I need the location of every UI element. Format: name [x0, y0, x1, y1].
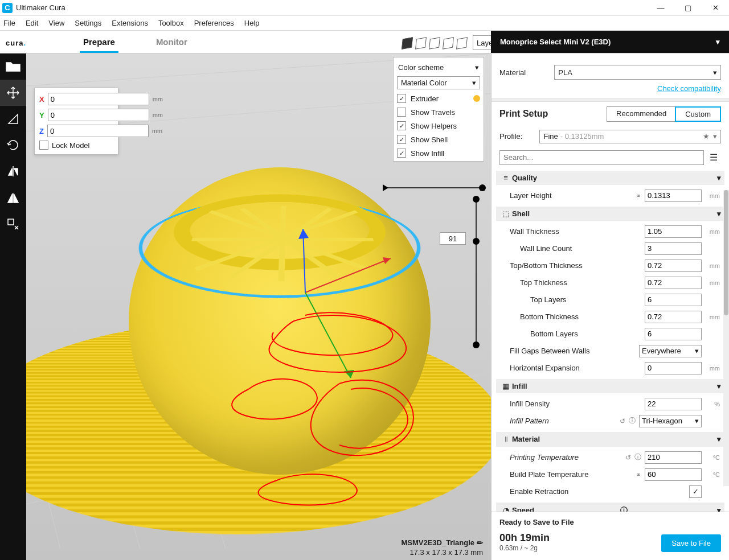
printer-selector[interactable]: Monoprice Select Mini V2 (E3D) ▾ [491, 31, 729, 53]
axis-y-label: Y [39, 111, 44, 120]
top-bottom-thickness-input[interactable] [645, 260, 702, 272]
show-infill-checkbox[interactable]: ✓ [397, 149, 406, 158]
window-maximize-button[interactable]: ▢ [681, 3, 695, 12]
axis-z-label: Z [39, 127, 44, 135]
material-estimate: 0.63m / ~ 2g [499, 544, 550, 552]
extruder-color-swatch [473, 95, 480, 102]
support-blocker-tool[interactable] [0, 211, 26, 237]
brand-logo: cura. [6, 32, 26, 50]
quality-icon: ≡ [499, 174, 512, 182]
open-file-button[interactable] [0, 53, 26, 80]
layer-height-input[interactable] [645, 190, 702, 202]
wall-thickness-label: Wall Thickness [510, 227, 641, 236]
move-tool[interactable] [0, 80, 26, 106]
enable-retraction-checkbox[interactable]: ✓ [689, 485, 702, 498]
info-icon[interactable]: ⓘ [634, 452, 641, 462]
menu-toolbox[interactable]: Toolbox [158, 19, 184, 27]
section-infill[interactable]: ▦Infill▾ [496, 379, 724, 393]
top-bottom-thickness-label: Top/Bottom Thickness [510, 261, 641, 270]
color-scheme-label: Color scheme [398, 63, 444, 72]
show-travels-checkbox[interactable] [397, 108, 406, 117]
viewport[interactable]: Xmm Ymm Zmm Lock Model Color scheme▾ Mat… [26, 53, 491, 560]
speed-icon: ◔ [499, 506, 512, 512]
top-thickness-label: Top Thickness [520, 278, 641, 287]
object-name: MSMV2E3D_Triangle [401, 538, 474, 547]
menu-view[interactable]: View [48, 19, 64, 27]
scale-tool[interactable] [0, 106, 26, 132]
wall-thickness-input[interactable] [645, 225, 702, 238]
camera-preset-2[interactable] [415, 37, 427, 50]
object-info: MSMV2E3D_Triangle✎ 17.3 x 17.3 x 17.3 mm [401, 538, 483, 557]
profile-select[interactable]: Fine - 0.13125mm ★▾ [539, 130, 721, 143]
camera-preset-5[interactable] [456, 37, 468, 50]
horizontal-expansion-label: Horizontal Expansion [510, 364, 641, 372]
position-z-input[interactable] [47, 125, 149, 137]
top-layers-label: Top Layers [530, 295, 641, 304]
tab-prepare[interactable]: Prepare [80, 37, 118, 53]
camera-preset-1[interactable] [402, 37, 413, 50]
reset-icon[interactable]: ↺ [620, 417, 625, 425]
menu-edit[interactable]: Edit [26, 19, 38, 27]
window-minimize-button[interactable]: — [654, 3, 667, 12]
infill-density-label: Infill Density [510, 400, 641, 408]
reset-icon[interactable]: ↺ [625, 454, 631, 462]
camera-preset-3[interactable] [429, 37, 440, 50]
camera-preset-4[interactable] [443, 37, 454, 50]
settings-scrollbar[interactable] [723, 190, 729, 486]
menu-preferences[interactable]: Preferences [194, 19, 234, 27]
shell-icon: ⬚ [499, 209, 512, 218]
material-select[interactable]: PLA▾ [554, 65, 721, 80]
section-quality[interactable]: ≡Quality▾ [496, 171, 724, 185]
link-icon[interactable]: ⚭ [636, 192, 641, 200]
lock-model-checkbox[interactable] [39, 141, 48, 150]
position-x-input[interactable] [48, 93, 149, 105]
check-compatibility-link[interactable]: Check compatibility [657, 84, 721, 93]
settings-search-input[interactable] [499, 150, 704, 165]
menu-file[interactable]: File [3, 19, 15, 27]
top-thickness-input[interactable] [645, 277, 702, 289]
mirror-tool[interactable] [0, 158, 26, 184]
infill-density-input[interactable] [645, 398, 702, 410]
bottom-thickness-input[interactable] [645, 311, 702, 323]
wall-line-count-input[interactable] [645, 242, 702, 255]
infill-pattern-select[interactable]: Tri-Hexagon▾ [639, 415, 702, 427]
build-plate-temperature-label: Build Plate Temperature [510, 470, 632, 479]
svg-line-15 [305, 258, 391, 293]
section-speed[interactable]: ◔Speedⓘ▾ [496, 503, 724, 512]
tab-monitor[interactable]: Monitor [153, 37, 191, 53]
window-close-button[interactable]: ✕ [708, 3, 722, 12]
custom-tab[interactable]: Custom [675, 106, 721, 122]
info-icon[interactable]: ⓘ [629, 416, 636, 426]
chevron-down-icon: ▾ [475, 63, 479, 72]
recommended-tab[interactable]: Recommended [607, 107, 675, 121]
menu-extensions[interactable]: Extensions [112, 19, 148, 27]
position-y-input[interactable] [48, 109, 149, 121]
color-scheme-select[interactable]: Material Color▾ [397, 76, 480, 89]
layer-slider[interactable]: 91 [473, 198, 480, 346]
path-slider[interactable] [387, 183, 484, 192]
settings-visibility-button[interactable]: ☰ [710, 152, 721, 163]
show-helpers-checkbox[interactable]: ✓ [397, 121, 406, 130]
rotate-tool[interactable] [0, 132, 26, 158]
printing-temperature-label: Printing Temperature [510, 453, 622, 462]
section-shell[interactable]: ⬚Shell▾ [496, 207, 724, 221]
show-shell-checkbox[interactable]: ✓ [397, 135, 406, 144]
section-material[interactable]: ⦀Material▾ [496, 432, 724, 447]
info-icon[interactable]: ⓘ [620, 505, 628, 512]
pencil-icon[interactable]: ✎ [474, 537, 485, 547]
print-time: 00h 19min [499, 532, 550, 544]
menu-settings[interactable]: Settings [75, 19, 101, 27]
per-model-tool[interactable] [0, 184, 26, 211]
extruder-checkbox[interactable]: ✓ [397, 94, 406, 103]
show-travels-label: Show Travels [411, 108, 455, 117]
menu-help[interactable]: Help [244, 19, 260, 27]
save-to-file-button[interactable]: Save to File [661, 534, 721, 552]
bottom-layers-input[interactable] [645, 328, 702, 340]
camera-presets [402, 38, 467, 48]
build-plate-temperature-input[interactable] [645, 468, 702, 481]
printing-temperature-input[interactable] [645, 451, 702, 464]
fill-gaps-select[interactable]: Everywhere▾ [639, 345, 702, 357]
link-icon[interactable]: ⚭ [636, 471, 641, 479]
top-layers-input[interactable] [645, 294, 702, 306]
horizontal-expansion-input[interactable] [645, 362, 702, 374]
